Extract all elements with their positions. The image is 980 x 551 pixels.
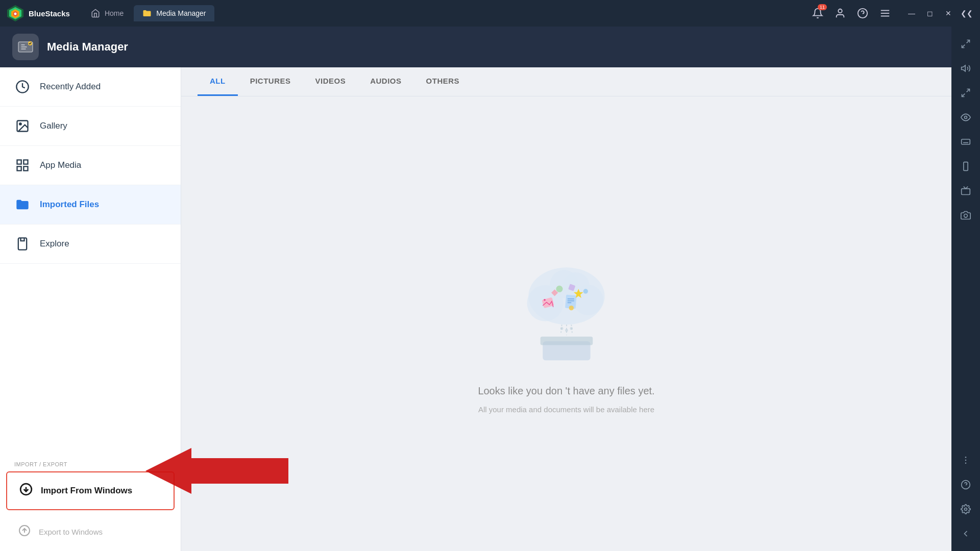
user-btn[interactable] [833, 6, 847, 20]
gallery-icon [14, 118, 31, 134]
more-icon-btn[interactable] [954, 449, 977, 471]
camera-icon-btn[interactable] [954, 204, 977, 227]
svg-rect-16 [23, 160, 28, 164]
minimize-btn[interactable]: — [904, 6, 919, 20]
content-tabs: ALL PICTURES VIDEOS AUDIOS OTHERS [181, 67, 951, 96]
back-icon-btn[interactable] [954, 522, 977, 545]
eye-icon-btn[interactable] [954, 106, 977, 129]
keyboard-icon-btn[interactable] [954, 131, 977, 153]
tab-audios[interactable]: AUDIOS [358, 67, 413, 96]
help-btn[interactable] [855, 6, 870, 20]
grid-icon [14, 157, 31, 173]
question-icon-btn[interactable] [954, 473, 977, 496]
gallery-label: Gallery [40, 121, 67, 131]
clock-icon [14, 79, 31, 95]
svg-line-49 [967, 40, 970, 43]
title-bar-right: 11 — ◻ ✕ ❮❮ [811, 6, 974, 20]
svg-point-69 [965, 508, 967, 511]
svg-rect-61 [964, 162, 968, 171]
below-header: Recently Added Gallery [0, 67, 951, 551]
svg-rect-19 [18, 238, 27, 249]
app-header-title: Media Manager [47, 40, 128, 54]
tab-others[interactable]: OTHERS [414, 67, 472, 96]
import-btn-label: Import From Windows [41, 486, 132, 496]
restore-btn[interactable]: ◻ [923, 6, 937, 20]
app-header-icon [12, 34, 39, 60]
app-media-label: App Media [40, 160, 81, 170]
svg-line-52 [967, 89, 970, 92]
tab-home-label: Home [105, 9, 124, 17]
tv-icon-btn[interactable] [954, 180, 977, 202]
home-icon [90, 8, 101, 18]
empty-state-illustration [495, 234, 638, 377]
app-header: Media Manager [0, 27, 951, 67]
title-bar: BlueStacks Home Media Manager [0, 0, 980, 27]
phone-icon-btn[interactable] [954, 155, 977, 178]
sidebar-item-gallery[interactable]: Gallery [0, 107, 181, 146]
svg-rect-15 [17, 160, 21, 164]
volume-icon-btn[interactable] [954, 57, 977, 80]
sdcard-icon [14, 236, 31, 252]
svg-rect-42 [540, 336, 593, 345]
svg-rect-63 [962, 189, 970, 195]
svg-point-67 [965, 463, 967, 464]
svg-rect-17 [17, 166, 21, 170]
import-export-label: Import / Export [0, 455, 181, 469]
svg-rect-55 [962, 139, 970, 144]
title-bar-left: BlueStacks Home Media Manager [6, 4, 214, 22]
explore-label: Explore [40, 239, 69, 249]
expand-icon-btn[interactable] [954, 33, 977, 55]
main-content: Media Manager Recently Added [0, 27, 980, 551]
folder-tab-icon [142, 8, 152, 18]
svg-marker-51 [962, 65, 966, 71]
import-from-windows-btn[interactable]: Import From Windows [6, 471, 175, 510]
sidebar-item-recently-added[interactable]: Recently Added [0, 67, 181, 107]
notification-btn[interactable]: 11 [811, 6, 825, 20]
menu-btn[interactable] [878, 6, 892, 20]
svg-rect-18 [23, 166, 28, 170]
tab-media-manager[interactable]: Media Manager [134, 5, 214, 21]
sidebar-item-app-media[interactable]: App Media [0, 146, 181, 185]
empty-state: Looks like you don 't have any files yet… [181, 96, 951, 551]
app-name-label: BlueStacks [29, 9, 70, 18]
svg-point-64 [964, 214, 968, 218]
export-icon [18, 524, 31, 539]
sidebar-item-explore[interactable]: Explore [0, 224, 181, 264]
notification-badge: 11 [818, 4, 827, 10]
svg-point-54 [965, 116, 967, 119]
svg-point-5 [838, 9, 842, 13]
svg-point-46 [560, 327, 563, 330]
collapse-btn[interactable]: ❮❮ [960, 6, 974, 20]
svg-line-50 [962, 45, 965, 48]
svg-point-39 [583, 289, 587, 293]
svg-point-48 [570, 327, 573, 330]
tab-videos[interactable]: VIDEOS [303, 67, 358, 96]
right-sidebar [951, 27, 980, 551]
import-icon [19, 483, 33, 499]
svg-line-53 [962, 94, 965, 97]
export-btn-label: Export to Windows [39, 528, 103, 536]
empty-state-title: Looks like you don 't have any files yet… [478, 385, 654, 397]
folder-icon [14, 196, 31, 213]
sidebar-item-imported-files[interactable]: Imported Files [0, 185, 181, 224]
bluestacks-logo [6, 4, 24, 22]
resize-icon-btn[interactable] [954, 82, 977, 104]
app-outer: Media Manager Recently Added [0, 27, 951, 551]
svg-point-14 [19, 123, 21, 125]
tab-all[interactable]: ALL [198, 67, 238, 96]
window-controls: — ◻ ✕ ❮❮ [904, 6, 974, 20]
export-to-windows-btn[interactable]: Export to Windows [6, 514, 175, 549]
gear-icon-btn[interactable] [954, 498, 977, 520]
svg-point-36 [556, 285, 562, 292]
svg-point-66 [965, 460, 967, 461]
imported-files-label: Imported Files [40, 199, 99, 210]
tab-pictures[interactable]: PICTURES [238, 67, 303, 96]
close-btn[interactable]: ✕ [941, 6, 955, 20]
svg-point-40 [569, 306, 573, 310]
svg-point-65 [965, 457, 967, 458]
tab-home[interactable]: Home [82, 5, 132, 21]
content-area: ALL PICTURES VIDEOS AUDIOS OTHERS [181, 67, 951, 551]
empty-state-subtitle: All your media and documents will be ava… [478, 405, 654, 414]
recently-added-label: Recently Added [40, 82, 101, 92]
svg-point-47 [565, 329, 568, 332]
